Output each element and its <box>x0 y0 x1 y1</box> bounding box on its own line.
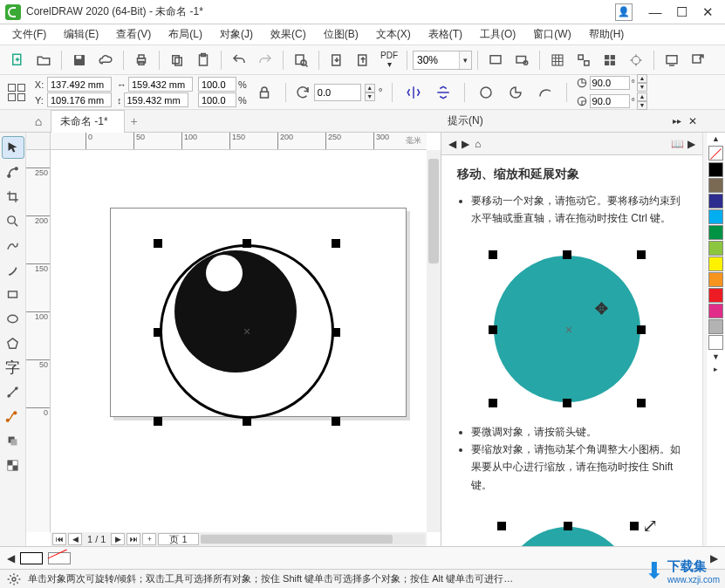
paste-icon[interactable] <box>191 48 215 72</box>
fill-swatch[interactable] <box>48 552 71 564</box>
preview-icon[interactable] <box>510 48 534 72</box>
copy-icon[interactable] <box>165 48 189 72</box>
sel-handle[interactable] <box>332 328 340 337</box>
sel-handle[interactable] <box>243 417 251 426</box>
a1-up[interactable]: ▲ <box>637 74 647 83</box>
target-icon[interactable] <box>624 48 648 72</box>
print-icon[interactable] <box>129 48 154 72</box>
palette-up-icon[interactable]: ▲ <box>712 133 720 145</box>
ruler-corner[interactable] <box>26 133 51 150</box>
mirror-v-icon[interactable] <box>431 80 455 105</box>
save-icon[interactable] <box>67 48 92 72</box>
connector-tool[interactable] <box>2 405 24 427</box>
first-page-button[interactable]: ⏮ <box>52 533 66 545</box>
last-page-button[interactable]: ⏭ <box>127 533 140 545</box>
chevron-down-icon[interactable]: ▾ <box>459 51 471 69</box>
color-swatch[interactable] <box>708 241 723 256</box>
snap-icon[interactable] <box>571 48 596 72</box>
spin-down[interactable]: ▼ <box>365 92 375 101</box>
shadow-tool[interactable] <box>2 429 24 452</box>
h-input[interactable] <box>124 92 188 107</box>
sel-handle[interactable] <box>243 239 251 248</box>
sel-handle[interactable] <box>332 239 340 248</box>
origin-icon[interactable] <box>5 81 28 104</box>
eye-highlight[interactable] <box>206 255 243 291</box>
zoom-tool[interactable] <box>2 209 24 232</box>
mirror-h-icon[interactable] <box>401 80 426 105</box>
menu-object[interactable]: 对象(J) <box>213 25 260 44</box>
sy-input[interactable] <box>198 92 236 107</box>
panel-close-icon[interactable]: ✕ <box>688 115 697 127</box>
a2-up[interactable]: ▲ <box>637 92 647 101</box>
menu-text[interactable]: 文本(X) <box>369 25 418 44</box>
hint-video-icon[interactable]: ▶ <box>687 138 695 150</box>
cloud-icon[interactable] <box>93 48 118 72</box>
rectangle-tool[interactable] <box>2 283 24 305</box>
options-icon[interactable] <box>660 48 684 72</box>
notify-icon[interactable]: 👤 <box>615 3 633 21</box>
menu-help[interactable]: 帮助(H) <box>582 25 632 44</box>
v-scrollbar[interactable] <box>427 150 441 532</box>
add-tab-button[interactable]: + <box>125 114 144 128</box>
search-icon[interactable] <box>289 48 313 72</box>
color-swatch[interactable] <box>708 335 723 350</box>
minimize-button[interactable]: — <box>643 3 667 21</box>
pie-icon[interactable] <box>503 80 528 105</box>
ellipse-tool[interactable] <box>2 307 24 330</box>
import-icon[interactable] <box>325 48 349 72</box>
menu-view[interactable]: 查看(V) <box>109 25 158 44</box>
doc-tab[interactable]: 未命名 -1* <box>51 110 125 133</box>
sel-handle[interactable] <box>154 417 162 426</box>
menu-layout[interactable]: 布局(L) <box>161 25 209 44</box>
x-input[interactable] <box>47 77 112 92</box>
h-scrollbar[interactable] <box>201 534 425 544</box>
menu-edit[interactable]: 编辑(E) <box>57 25 106 44</box>
add-page-button[interactable]: + <box>142 533 156 545</box>
ellipse-mode-icon[interactable] <box>474 80 498 105</box>
pdf-icon[interactable]: PDF▾ <box>377 48 401 72</box>
palette-more-icon[interactable]: ▸ <box>714 363 718 375</box>
no-color-swatch[interactable] <box>708 146 723 161</box>
snap2-icon[interactable] <box>598 48 622 72</box>
grid-icon[interactable] <box>545 48 570 72</box>
artistic-tool[interactable] <box>2 258 24 281</box>
launch-icon[interactable] <box>686 48 710 72</box>
redo-icon[interactable] <box>253 48 277 72</box>
a1-dn[interactable]: ▼ <box>637 83 647 92</box>
menu-tools[interactable]: 工具(O) <box>473 25 523 44</box>
rotation-input[interactable] <box>314 84 361 101</box>
h-ruler[interactable]: 0 50 100 150 200 250 300 毫米 <box>51 133 427 150</box>
color-swatch[interactable] <box>708 256 723 271</box>
zoom-input[interactable] <box>414 51 459 69</box>
palette-down-icon[interactable]: ▼ <box>712 351 720 363</box>
sel-handle[interactable] <box>332 417 340 426</box>
angle2-input[interactable] <box>590 94 630 108</box>
color-swatch[interactable] <box>708 225 723 240</box>
color-swatch[interactable] <box>708 209 723 224</box>
y-input[interactable] <box>47 92 112 107</box>
color-swatch[interactable] <box>708 304 723 318</box>
canvas[interactable]: × <box>51 150 427 532</box>
export-icon[interactable] <box>351 48 375 72</box>
v-thumb[interactable] <box>428 159 439 263</box>
menu-effect[interactable]: 效果(C) <box>263 25 313 44</box>
panel-collapse-icon[interactable]: ▸▸ <box>673 116 681 126</box>
w-input[interactable] <box>128 77 193 92</box>
menu-file[interactable]: 文件(F) <box>5 25 53 44</box>
zoom-combo[interactable]: ▾ <box>413 51 472 70</box>
outline-swatch[interactable] <box>20 552 43 564</box>
crop-tool[interactable] <box>2 185 24 208</box>
lock-icon[interactable] <box>252 80 277 105</box>
sx-input[interactable] <box>198 77 236 92</box>
text-tool[interactable]: 字 <box>2 356 24 379</box>
a2-dn[interactable]: ▼ <box>637 101 647 110</box>
close-button[interactable]: ✕ <box>695 3 720 21</box>
angle1-input[interactable] <box>590 76 630 90</box>
home-icon[interactable]: ⌂ <box>26 114 51 128</box>
new-icon[interactable] <box>5 48 30 72</box>
parallel-tool[interactable] <box>2 380 24 403</box>
color-swatch[interactable] <box>708 178 723 193</box>
color-swatch[interactable] <box>708 319 723 334</box>
hint-back-icon[interactable]: ◀ <box>448 138 456 150</box>
menu-window[interactable]: 窗口(W) <box>526 25 578 44</box>
